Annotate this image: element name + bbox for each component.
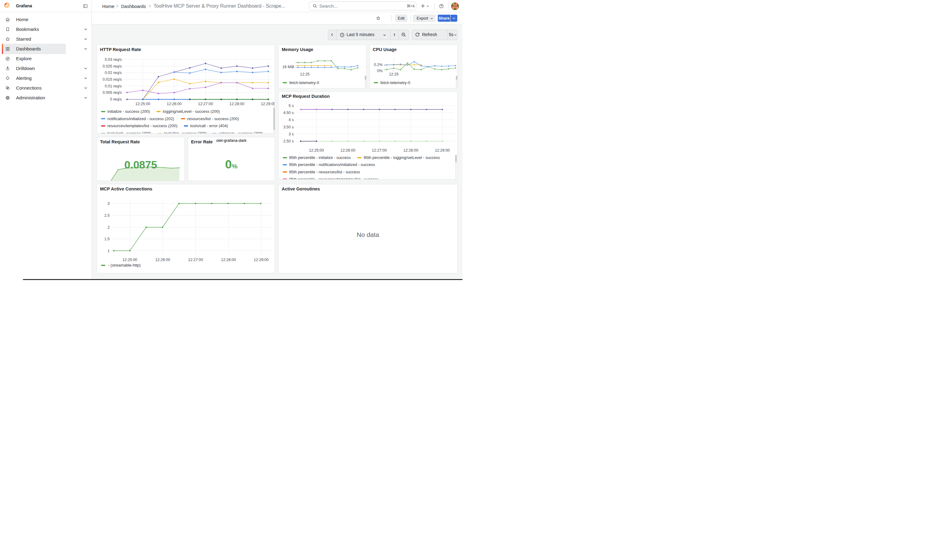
svg-text:0.01 req/s: 0.01 req/s — [105, 84, 122, 88]
svg-text:12:28:00: 12:28:00 — [404, 148, 419, 153]
svg-text:initialize - success (200): initialize - success (200) — [107, 109, 150, 114]
svg-text:5 s: 5 s — [289, 104, 294, 108]
svg-text:0.03 req/s: 0.03 req/s — [105, 57, 122, 62]
svg-text:12:29:00: 12:29:00 — [435, 148, 450, 153]
svg-text:95th percentile - initialize -: 95th percentile - initialize - success — [289, 155, 351, 160]
svg-text:0.015 req/s: 0.015 req/s — [102, 77, 122, 82]
svg-text:95th percentile - notification: 95th percentile - notifications/initiali… — [289, 162, 375, 167]
svg-text:12:25:00: 12:25:00 — [309, 148, 324, 153]
svg-text:tools/call - success (200): tools/call - success (200) — [107, 131, 151, 134]
svg-text:12:29:00: 12:29:00 — [261, 102, 275, 106]
svg-text:0 req/s: 0 req/s — [110, 97, 122, 102]
svg-text:resources/list - success (200): resources/list - success (200) — [187, 116, 239, 121]
svg-text:fetch-telemetry-0: fetch-telemetry-0 — [380, 80, 410, 85]
svg-text:12:27:00: 12:27:00 — [188, 258, 203, 262]
svg-text:12:25:00: 12:25:00 — [135, 102, 150, 106]
svg-text:12:26:00: 12:26:00 — [340, 148, 356, 153]
svg-text:16 MiB: 16 MiB — [282, 65, 294, 69]
svg-text:12:28:00: 12:28:00 — [221, 258, 236, 262]
svg-text:4 s: 4 s — [289, 118, 294, 122]
svg-text:2.50 s: 2.50 s — [283, 139, 294, 143]
svg-text:0.02 req/s: 0.02 req/s — [105, 71, 122, 75]
svg-text:12:26:00: 12:26:00 — [155, 258, 170, 262]
svg-text:3 s: 3 s — [289, 132, 294, 136]
svg-text:2: 2 — [108, 225, 110, 230]
svg-text:logging/setLevel - success (20: logging/setLevel - success (200) — [163, 109, 220, 114]
svg-text:12:25: 12:25 — [300, 72, 310, 76]
svg-text:12:29:00: 12:29:00 — [254, 258, 269, 262]
svg-text:12:27:00: 12:27:00 — [198, 102, 213, 106]
svg-text:12:28:00: 12:28:00 — [229, 102, 244, 106]
svg-text:0.005 req/s: 0.005 req/s — [102, 90, 122, 95]
svg-text:12:26:00: 12:26:00 — [167, 102, 182, 106]
svg-text:1: 1 — [108, 249, 110, 253]
svg-text:95th percentile - resources/te: 95th percentile - resources/templates/li… — [289, 177, 378, 180]
svg-text:4.50 s: 4.50 s — [283, 111, 294, 115]
svg-text:12:25: 12:25 — [389, 72, 398, 76]
svg-text:0%: 0% — [377, 69, 383, 73]
svg-text:95th percentile - logging/setL: 95th percentile - logging/setLevel - suc… — [364, 155, 440, 160]
svg-text:12:27:00: 12:27:00 — [372, 148, 387, 153]
svg-text:fetch-telemetry-0: fetch-telemetry-0 — [289, 80, 319, 85]
svg-text:95th percentile - resources/li: 95th percentile - resources/list - succe… — [289, 170, 360, 174]
svg-text:0.025 req/s: 0.025 req/s — [102, 64, 122, 68]
svg-text:1.5: 1.5 — [104, 237, 110, 241]
svg-text:3: 3 — [108, 201, 110, 206]
svg-text:12:25:00: 12:25:00 — [122, 258, 137, 262]
svg-text:unknown - success (200): unknown - success (200) — [219, 131, 263, 134]
svg-text:2.5: 2.5 — [104, 213, 110, 218]
svg-text:tools/call - error (404): tools/call - error (404) — [190, 123, 228, 128]
svg-text:0.2%: 0.2% — [374, 63, 383, 67]
svg-text:- (streamable-http): - (streamable-http) — [108, 263, 141, 267]
svg-text:resources/templates/list - suc: resources/templates/list - success (200) — [107, 123, 178, 128]
svg-text:3.50 s: 3.50 s — [283, 125, 294, 129]
svg-text:notifications/initialized - su: notifications/initialized - success (202… — [107, 116, 174, 121]
svg-text:tools/list - success (200): tools/list - success (200) — [164, 131, 207, 134]
